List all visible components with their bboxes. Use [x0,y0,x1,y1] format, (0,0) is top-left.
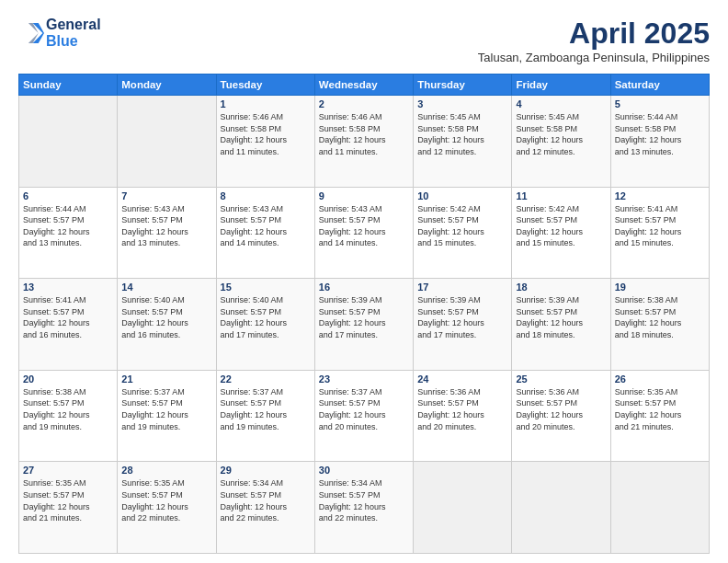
calendar-cell [512,462,610,554]
day-detail: Sunrise: 5:35 AM Sunset: 5:57 PM Dayligh… [121,477,211,523]
day-number: 6 [23,190,113,201]
day-detail: Sunrise: 5:38 AM Sunset: 5:57 PM Dayligh… [615,294,705,340]
title-block: April 2025 Talusan, Zamboanga Peninsula,… [478,17,710,64]
calendar-cell: 11Sunrise: 5:42 AM Sunset: 5:57 PM Dayli… [512,187,610,279]
day-detail: Sunrise: 5:39 AM Sunset: 5:57 PM Dayligh… [319,294,409,340]
logo-icon [18,20,44,46]
day-number: 26 [615,373,705,385]
calendar-cell: 13Sunrise: 5:41 AM Sunset: 5:57 PM Dayli… [19,279,118,371]
day-number: 29 [221,465,311,476]
calendar-cell: 4Sunrise: 5:45 AM Sunset: 5:58 PM Daylig… [512,96,610,188]
page: General Blue April 2025 Talusan, Zamboan… [0,0,728,563]
calendar-cell: 25Sunrise: 5:36 AM Sunset: 5:57 PM Dayli… [512,370,610,462]
logo: General Blue [18,17,101,49]
calendar-cell: 16Sunrise: 5:39 AM Sunset: 5:57 PM Dayli… [314,279,413,371]
day-number: 15 [221,282,311,293]
day-detail: Sunrise: 5:40 AM Sunset: 5:57 PM Dayligh… [221,294,311,340]
day-detail: Sunrise: 5:42 AM Sunset: 5:57 PM Dayligh… [417,203,507,249]
calendar-cell: 8Sunrise: 5:43 AM Sunset: 5:57 PM Daylig… [216,187,314,279]
col-saturday: Saturday [610,75,709,96]
calendar-cell: 12Sunrise: 5:41 AM Sunset: 5:57 PM Dayli… [610,187,709,279]
calendar-week-row: 1Sunrise: 5:46 AM Sunset: 5:58 PM Daylig… [19,96,710,188]
day-detail: Sunrise: 5:37 AM Sunset: 5:57 PM Dayligh… [121,386,211,432]
day-detail: Sunrise: 5:43 AM Sunset: 5:57 PM Dayligh… [121,203,211,249]
day-detail: Sunrise: 5:35 AM Sunset: 5:57 PM Dayligh… [615,386,705,432]
calendar-cell: 30Sunrise: 5:34 AM Sunset: 5:57 PM Dayli… [314,462,413,554]
calendar-cell: 9Sunrise: 5:43 AM Sunset: 5:57 PM Daylig… [314,187,413,279]
day-detail: Sunrise: 5:39 AM Sunset: 5:57 PM Dayligh… [417,294,507,340]
day-detail: Sunrise: 5:37 AM Sunset: 5:57 PM Dayligh… [221,386,311,432]
day-number: 22 [221,373,311,385]
location: Talusan, Zamboanga Peninsula, Philippine… [478,51,710,64]
day-detail: Sunrise: 5:36 AM Sunset: 5:57 PM Dayligh… [516,386,606,432]
calendar-cell: 23Sunrise: 5:37 AM Sunset: 5:57 PM Dayli… [314,370,413,462]
col-sunday: Sunday [19,75,118,96]
calendar-week-row: 6Sunrise: 5:44 AM Sunset: 5:57 PM Daylig… [19,187,710,279]
day-number: 20 [23,373,113,385]
calendar-cell: 15Sunrise: 5:40 AM Sunset: 5:57 PM Dayli… [216,279,314,371]
day-detail: Sunrise: 5:41 AM Sunset: 5:57 PM Dayligh… [23,294,113,340]
day-detail: Sunrise: 5:44 AM Sunset: 5:57 PM Dayligh… [23,203,113,249]
day-number: 3 [417,98,507,109]
calendar-cell: 26Sunrise: 5:35 AM Sunset: 5:57 PM Dayli… [610,370,709,462]
calendar-cell: 17Sunrise: 5:39 AM Sunset: 5:57 PM Dayli… [414,279,512,371]
col-wednesday: Wednesday [314,75,413,96]
day-number: 7 [121,190,211,201]
day-detail: Sunrise: 5:38 AM Sunset: 5:57 PM Dayligh… [23,386,113,432]
day-detail: Sunrise: 5:40 AM Sunset: 5:57 PM Dayligh… [121,294,211,340]
day-number: 24 [417,373,507,385]
day-number: 9 [319,190,409,201]
calendar-cell: 3Sunrise: 5:45 AM Sunset: 5:58 PM Daylig… [414,96,512,188]
calendar-cell [19,96,118,188]
calendar-cell: 6Sunrise: 5:44 AM Sunset: 5:57 PM Daylig… [19,187,118,279]
header: General Blue April 2025 Talusan, Zamboan… [18,17,710,64]
day-detail: Sunrise: 5:46 AM Sunset: 5:58 PM Dayligh… [221,111,311,157]
calendar-cell: 29Sunrise: 5:34 AM Sunset: 5:57 PM Dayli… [216,462,314,554]
col-monday: Monday [118,75,216,96]
calendar-cell: 14Sunrise: 5:40 AM Sunset: 5:57 PM Dayli… [118,279,216,371]
day-detail: Sunrise: 5:41 AM Sunset: 5:57 PM Dayligh… [615,203,705,249]
calendar-week-row: 20Sunrise: 5:38 AM Sunset: 5:57 PM Dayli… [19,370,710,462]
day-detail: Sunrise: 5:34 AM Sunset: 5:57 PM Dayligh… [221,477,311,523]
day-number: 12 [615,190,705,201]
day-detail: Sunrise: 5:43 AM Sunset: 5:57 PM Dayligh… [319,203,409,249]
day-number: 5 [615,98,705,109]
day-number: 13 [23,282,113,293]
day-detail: Sunrise: 5:45 AM Sunset: 5:58 PM Dayligh… [417,111,507,157]
calendar-cell: 24Sunrise: 5:36 AM Sunset: 5:57 PM Dayli… [414,370,512,462]
calendar-cell [414,462,512,554]
calendar-cell [118,96,216,188]
day-number: 21 [121,373,211,385]
day-number: 14 [121,282,211,293]
calendar-cell: 2Sunrise: 5:46 AM Sunset: 5:58 PM Daylig… [314,96,413,188]
day-number: 27 [23,465,113,476]
day-number: 4 [516,98,606,109]
calendar-cell: 28Sunrise: 5:35 AM Sunset: 5:57 PM Dayli… [118,462,216,554]
calendar-cell: 27Sunrise: 5:35 AM Sunset: 5:57 PM Dayli… [19,462,118,554]
calendar-cell: 1Sunrise: 5:46 AM Sunset: 5:58 PM Daylig… [216,96,314,188]
logo-text: General Blue [46,17,101,49]
day-number: 16 [319,282,409,293]
calendar-week-row: 13Sunrise: 5:41 AM Sunset: 5:57 PM Dayli… [19,279,710,371]
day-number: 23 [319,373,409,385]
day-detail: Sunrise: 5:36 AM Sunset: 5:57 PM Dayligh… [417,386,507,432]
calendar-cell: 7Sunrise: 5:43 AM Sunset: 5:57 PM Daylig… [118,187,216,279]
day-detail: Sunrise: 5:42 AM Sunset: 5:57 PM Dayligh… [516,203,606,249]
calendar-table: Sunday Monday Tuesday Wednesday Thursday… [18,74,710,554]
day-detail: Sunrise: 5:39 AM Sunset: 5:57 PM Dayligh… [516,294,606,340]
calendar-cell: 20Sunrise: 5:38 AM Sunset: 5:57 PM Dayli… [19,370,118,462]
col-tuesday: Tuesday [216,75,314,96]
day-number: 2 [319,98,409,109]
day-number: 10 [417,190,507,201]
day-detail: Sunrise: 5:46 AM Sunset: 5:58 PM Dayligh… [319,111,409,157]
day-number: 11 [516,190,606,201]
calendar-cell: 22Sunrise: 5:37 AM Sunset: 5:57 PM Dayli… [216,370,314,462]
calendar-week-row: 27Sunrise: 5:35 AM Sunset: 5:57 PM Dayli… [19,462,710,554]
day-detail: Sunrise: 5:43 AM Sunset: 5:57 PM Dayligh… [221,203,311,249]
day-number: 8 [221,190,311,201]
day-number: 17 [417,282,507,293]
calendar-cell [610,462,709,554]
day-detail: Sunrise: 5:45 AM Sunset: 5:58 PM Dayligh… [516,111,606,157]
day-detail: Sunrise: 5:35 AM Sunset: 5:57 PM Dayligh… [23,477,113,523]
day-number: 19 [615,282,705,293]
